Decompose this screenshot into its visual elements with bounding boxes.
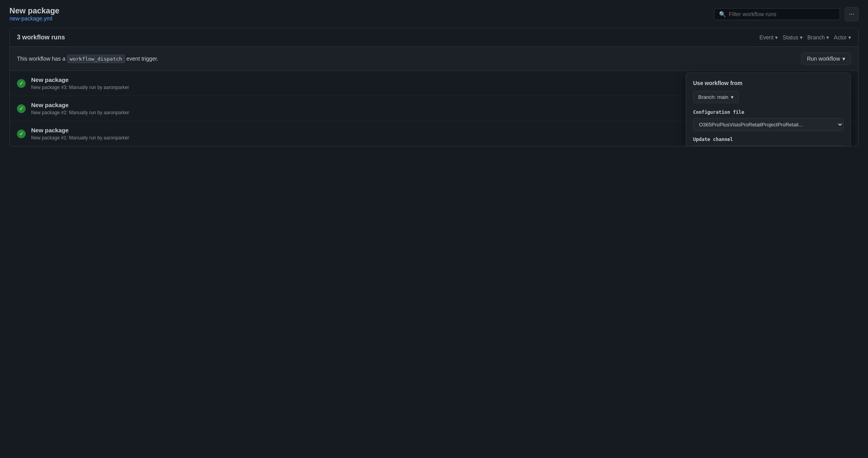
workflow-runs-container: 3 workflow runs Event ▾ Status ▾ Branch … — [9, 28, 859, 146]
actor-filter-button[interactable]: Actor ▾ — [834, 34, 851, 41]
update-channel-label: Update channel — [693, 137, 844, 142]
branch-chevron-icon: ▾ — [826, 34, 829, 41]
dispatch-banner-wrapper: This workflow has a workflow_dispatch ev… — [10, 47, 858, 71]
run-title: New package — [31, 76, 129, 83]
event-chevron-icon: ▾ — [775, 34, 778, 41]
status-filter-button[interactable]: Status ▾ — [783, 34, 803, 41]
status-chevron-icon: ▾ — [800, 34, 803, 41]
status-filter-label: Status — [783, 34, 798, 41]
run-title: New package — [31, 127, 129, 134]
actor-filter-label: Actor — [834, 34, 847, 41]
success-status-icon: ✓ — [17, 130, 26, 138]
search-icon: 🔍 — [719, 11, 726, 17]
title-area: New package new-package.yml — [9, 6, 59, 22]
run-subtitle: New package #1: Manually run by aaronpar… — [31, 135, 129, 141]
run-info: New package New package #1: Manually run… — [31, 127, 129, 141]
success-status-icon: ✓ — [17, 79, 26, 88]
panel-title: Use workflow from — [693, 80, 844, 86]
run-subtitle: New package #2: Manually run by aaronpar… — [31, 110, 129, 115]
config-file-select[interactable]: O365ProPlusVisioProRetailProjectProRetai… — [693, 118, 844, 131]
branch-filter-button[interactable]: Branch ▾ — [807, 34, 829, 41]
run-workflow-dropdown-button[interactable]: Run workflow ▾ — [801, 52, 851, 65]
top-bar: New package new-package.yml 🔍 ··· — [0, 0, 868, 28]
run-workflow-dropdown-panel: Use workflow from Branch: main ▾ Configu… — [686, 72, 851, 146]
run-info: New package New package #2: Manually run… — [31, 102, 129, 115]
run-subtitle: New package #3: Manually run by aaronpar… — [31, 85, 129, 90]
runs-header: 3 workflow runs Event ▾ Status ▾ Branch … — [10, 28, 858, 47]
dispatch-code: workflow_dispatch — [67, 55, 125, 63]
dispatch-banner: This workflow has a workflow_dispatch ev… — [10, 47, 858, 71]
run-workflow-btn-label: Run workflow — [807, 56, 840, 62]
branch-btn-label: Branch: main — [698, 94, 729, 100]
event-filter-label: Event — [759, 34, 773, 41]
run-title: New package — [31, 102, 129, 108]
run-info: New package New package #3: Manually run… — [31, 76, 129, 90]
top-right-controls: 🔍 ··· — [714, 7, 859, 21]
run-workflow-chevron-icon: ▾ — [842, 56, 845, 62]
filter-buttons: Event ▾ Status ▾ Branch ▾ Actor ▾ — [759, 34, 851, 41]
branch-selector-button[interactable]: Branch: main ▾ — [693, 91, 739, 103]
dispatch-text: This workflow has a workflow_dispatch ev… — [17, 56, 158, 62]
event-filter-button[interactable]: Event ▾ — [759, 34, 778, 41]
success-status-icon: ✓ — [17, 104, 26, 113]
file-link[interactable]: new-package.yml — [9, 15, 59, 22]
search-box[interactable]: 🔍 — [714, 8, 840, 20]
actor-chevron-icon: ▾ — [848, 34, 851, 41]
main-content: 3 workflow runs Event ▾ Status ▾ Branch … — [0, 28, 868, 156]
branch-filter-label: Branch — [807, 34, 825, 41]
config-file-label: Configuration file — [693, 109, 844, 115]
update-channel-select[interactable]: MonthlyEnterprise — [693, 145, 844, 146]
runs-count: 3 workflow runs — [17, 34, 65, 41]
branch-chevron-icon: ▾ — [731, 94, 734, 100]
more-options-button[interactable]: ··· — [845, 7, 859, 21]
search-input[interactable] — [729, 11, 835, 17]
page-title: New package — [9, 6, 59, 15]
